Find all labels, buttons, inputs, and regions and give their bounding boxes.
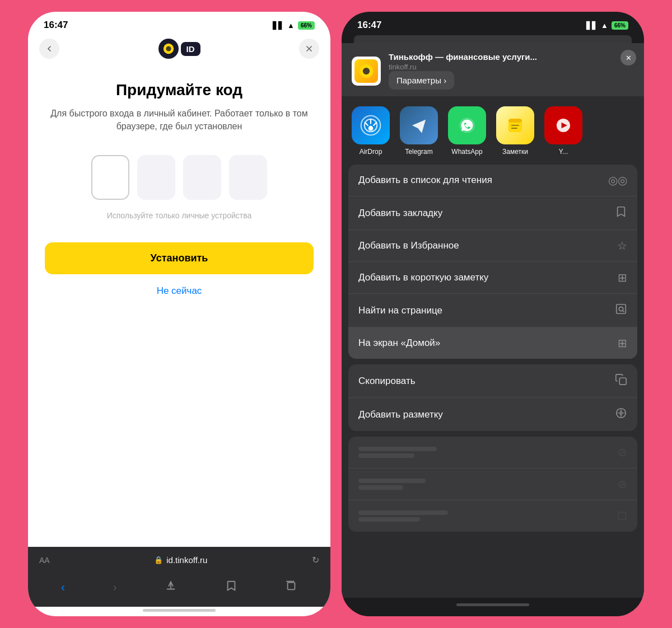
svg-point-1 xyxy=(166,46,171,51)
wifi-icon: ▲ xyxy=(287,21,295,30)
airdrop-label: AirDrop xyxy=(360,148,382,156)
tabs-icon[interactable] xyxy=(285,580,297,596)
favicon-inner xyxy=(354,59,378,83)
grey-bar xyxy=(358,485,403,490)
address-bar: АА 🔒 id.tinkoff.ru ↻ xyxy=(28,547,330,573)
grey-bar xyxy=(358,517,420,522)
menu-bookmark[interactable]: Добавить закладку xyxy=(348,196,637,230)
extra-label: Y... xyxy=(559,148,568,156)
quick-note-label: Добавить в короткую заметку xyxy=(358,272,488,283)
logo-icon xyxy=(158,39,179,59)
telegram-icon xyxy=(400,106,438,144)
app-extra[interactable]: Y... xyxy=(544,106,582,156)
copy-icon xyxy=(615,373,627,388)
status-bar-right: 16:47 ▋▋ ▲ 66% xyxy=(342,12,644,33)
home-indicator-right xyxy=(456,603,529,606)
quick-note-icon: ⊞ xyxy=(618,271,627,284)
close-button[interactable] xyxy=(299,39,319,59)
menu-markup[interactable]: Добавить разметку xyxy=(348,398,637,431)
status-icons-left: ▋▋ ▲ 66% xyxy=(273,21,315,30)
time-left: 16:47 xyxy=(44,20,68,31)
bookmark-icon xyxy=(615,205,627,221)
markup-label: Добавить разметку xyxy=(358,409,443,420)
left-phone: 16:47 ▋▋ ▲ 66% ID xyxy=(28,12,330,616)
pin-dot-2[interactable] xyxy=(137,155,175,200)
menu-section-2: Скопировать Добавить разметку xyxy=(348,364,637,431)
copy-label: Скопировать xyxy=(358,376,416,387)
forward-nav-icon[interactable]: › xyxy=(113,580,117,595)
share-icon[interactable] xyxy=(165,580,177,596)
svg-rect-12 xyxy=(508,119,522,123)
close-sheet-button[interactable]: ✕ xyxy=(620,50,636,65)
browser-toolbar: ‹ › xyxy=(28,573,330,607)
device-note: Используйте только личные устройства xyxy=(107,211,252,220)
app-telegram[interactable]: Telegram xyxy=(400,106,438,156)
home-area-right xyxy=(342,598,644,616)
aa-label[interactable]: АА xyxy=(39,556,50,565)
prev-page-indicator xyxy=(354,35,632,43)
favorites-icon: ☆ xyxy=(617,239,627,252)
site-favicon xyxy=(352,57,381,86)
url-text: id.tinkoff.ru xyxy=(166,555,207,565)
greyed-row-2: ⊘ xyxy=(348,468,637,500)
home-screen-icon: ⊞ xyxy=(618,336,627,350)
app-whatsapp[interactable]: WhatsApp xyxy=(448,106,486,156)
bookmark-label: Добавить закладку xyxy=(358,208,442,219)
params-button[interactable]: Параметры › xyxy=(389,71,454,90)
home-indicator-left xyxy=(143,609,216,612)
airdrop-icon xyxy=(352,106,390,144)
svg-rect-19 xyxy=(619,378,626,385)
nav-bar-left: ID xyxy=(28,33,330,64)
battery-right: 66% xyxy=(612,21,628,30)
time-right: 16:47 xyxy=(357,20,381,31)
pin-dot-4[interactable] xyxy=(229,155,267,200)
lock-icon: 🔒 xyxy=(154,556,163,564)
menu-favorites[interactable]: Добавить в Избранное ☆ xyxy=(348,230,637,262)
menu-home-screen[interactable]: На экран «Домой» ⊞ xyxy=(348,327,637,359)
reading-list-label: Добавить в список для чтения xyxy=(358,175,492,186)
url-area[interactable]: 🔒 id.tinkoff.ru xyxy=(54,555,307,565)
grey-bar xyxy=(358,510,448,515)
status-icons-right: ▋▋ ▲ 66% xyxy=(586,21,628,30)
logo-area: ID xyxy=(158,39,200,59)
pin-dot-3[interactable] xyxy=(183,155,221,200)
whatsapp-label: WhatsApp xyxy=(451,148,482,156)
grey-bar xyxy=(358,453,414,458)
back-button[interactable] xyxy=(39,39,59,59)
preview-url: tinkoff.ru xyxy=(389,63,634,71)
notes-label: Заметки xyxy=(502,148,528,156)
home-screen-label: На экран «Домой» xyxy=(358,338,440,349)
status-bar-left: 16:47 ▋▋ ▲ 66% xyxy=(28,12,330,33)
not-now-button[interactable]: Не сейчас xyxy=(157,285,202,297)
telegram-label: Telegram xyxy=(405,148,432,156)
menu-quick-note[interactable]: Добавить в короткую заметку ⊞ xyxy=(348,262,637,294)
greyed-icon-3: ☐ xyxy=(617,509,627,523)
grey-bars-3 xyxy=(358,510,448,522)
greyed-section-1: ⊘ ⊘ ☐ xyxy=(348,437,637,532)
app-airdrop[interactable]: AirDrop xyxy=(352,106,390,156)
page-subtitle: Для быстрого входа в личный кабинет. Раб… xyxy=(45,107,314,133)
whatsapp-icon xyxy=(448,106,486,144)
find-icon xyxy=(615,303,627,318)
pin-input[interactable] xyxy=(91,155,267,200)
menu-find[interactable]: Найти на странице xyxy=(348,294,637,327)
notes-icon xyxy=(496,106,534,144)
menu-copy[interactable]: Скопировать xyxy=(348,364,637,398)
apps-row: AirDrop Telegram xyxy=(342,96,644,165)
preview-title: Тинькофф — финансовые услуги... xyxy=(389,52,634,62)
reading-list-icon: ◎◎ xyxy=(608,174,627,187)
back-nav-icon[interactable]: ‹ xyxy=(61,580,65,595)
favorites-label: Добавить в Избранное xyxy=(358,240,459,251)
page-title: Придумайте код xyxy=(116,81,242,99)
app-notes[interactable]: Заметки xyxy=(496,106,534,156)
menu-section-1: Добавить в список для чтения ◎◎ Добавить… xyxy=(348,165,637,359)
menu-reading-list[interactable]: Добавить в список для чтения ◎◎ xyxy=(348,165,637,196)
extra-app-icon xyxy=(544,106,582,144)
bookmarks-icon[interactable] xyxy=(225,580,237,596)
pin-dot-1[interactable] xyxy=(91,155,129,200)
find-label: Найти на странице xyxy=(358,305,442,316)
install-button[interactable]: Установить xyxy=(45,242,314,274)
main-content: Придумайте код Для быстрого входа в личн… xyxy=(28,64,330,547)
reload-icon[interactable]: ↻ xyxy=(312,555,319,565)
greyed-row-1: ⊘ xyxy=(348,437,637,468)
